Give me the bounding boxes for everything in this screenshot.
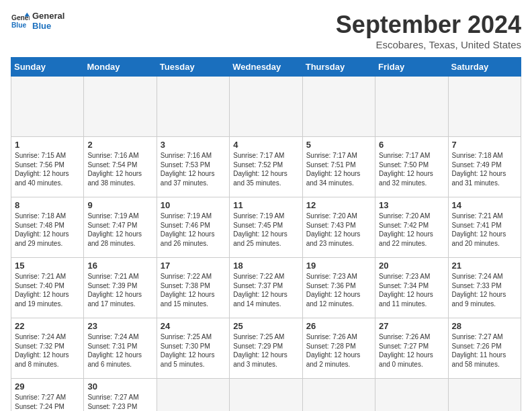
calendar-week-row: 29Sunrise: 7:27 AMSunset: 7:24 PMDayligh… [11, 379, 521, 412]
day-number: 10 [161, 200, 226, 210]
cell-text: Daylight: 12 hours [306, 169, 371, 179]
table-row: 1Sunrise: 7:15 AMSunset: 7:56 PMDaylight… [11, 137, 84, 197]
cell-text: Sunrise: 7:23 AM [379, 272, 444, 281]
location: Escobares, Texas, United States [336, 39, 521, 50]
cell-text: and 0 minutes. [379, 360, 444, 369]
cell-text: Sunrise: 7:27 AM [87, 393, 152, 402]
table-row: 28Sunrise: 7:27 AMSunset: 7:26 PMDayligh… [448, 318, 521, 379]
col-tuesday: Tuesday [157, 58, 229, 77]
table-row: 14Sunrise: 7:21 AMSunset: 7:41 PMDayligh… [448, 197, 521, 258]
cell-text: Sunset: 7:39 PM [87, 281, 152, 291]
table-row: 5Sunrise: 7:17 AMSunset: 7:51 PMDaylight… [302, 137, 375, 197]
day-number: 25 [233, 321, 298, 331]
cell-text: Sunrise: 7:15 AM [15, 151, 80, 161]
calendar-table: Sunday Monday Tuesday Wednesday Thursday… [11, 57, 521, 411]
cell-text: Sunset: 7:37 PM [233, 281, 298, 291]
cell-text: Daylight: 12 hours [15, 169, 80, 179]
cell-text: Sunrise: 7:16 AM [161, 151, 226, 161]
table-row [84, 77, 157, 137]
cell-text: Daylight: 12 hours [379, 230, 444, 239]
table-row: 20Sunrise: 7:23 AMSunset: 7:34 PMDayligh… [375, 258, 448, 318]
cell-text: Daylight: 12 hours [233, 351, 298, 360]
col-saturday: Saturday [448, 58, 521, 77]
cell-text: and 25 minutes. [233, 239, 298, 248]
table-row: 18Sunrise: 7:22 AMSunset: 7:37 PMDayligh… [230, 258, 302, 318]
cell-text: and 15 minutes. [161, 300, 226, 309]
day-number: 5 [306, 140, 371, 150]
cell-text: Sunrise: 7:21 AM [452, 212, 517, 221]
table-row: 23Sunrise: 7:24 AMSunset: 7:31 PMDayligh… [84, 318, 157, 379]
cell-text: Sunset: 7:38 PM [161, 281, 226, 291]
cell-text: Daylight: 12 hours [15, 351, 80, 360]
cell-text: and 2 minutes. [306, 360, 371, 369]
table-row: 15Sunrise: 7:21 AMSunset: 7:40 PMDayligh… [11, 258, 84, 318]
logo-blue: Blue [32, 21, 64, 31]
cell-text: Sunset: 7:32 PM [15, 342, 80, 351]
cell-text: Sunrise: 7:25 AM [233, 332, 298, 342]
cell-text: and 38 minutes. [87, 179, 152, 188]
col-sunday: Sunday [11, 58, 84, 77]
table-row: 26Sunrise: 7:26 AMSunset: 7:28 PMDayligh… [302, 318, 375, 379]
table-row: 12Sunrise: 7:20 AMSunset: 7:43 PMDayligh… [302, 197, 375, 258]
table-row: 25Sunrise: 7:25 AMSunset: 7:29 PMDayligh… [230, 318, 302, 379]
cell-text: Sunrise: 7:19 AM [87, 212, 152, 221]
day-number: 26 [306, 321, 371, 331]
cell-text: Sunset: 7:49 PM [452, 161, 517, 170]
cell-text: Sunset: 7:29 PM [233, 342, 298, 351]
day-number: 1 [15, 140, 80, 150]
day-number: 12 [306, 200, 371, 210]
table-row: 22Sunrise: 7:24 AMSunset: 7:32 PMDayligh… [11, 318, 84, 379]
cell-text: Daylight: 12 hours [452, 230, 517, 239]
cell-text: Sunset: 7:40 PM [15, 281, 80, 291]
cell-text: and 17 minutes. [87, 300, 152, 309]
cell-text: Sunset: 7:23 PM [87, 402, 152, 412]
cell-text: Sunrise: 7:18 AM [15, 212, 80, 221]
cell-text: Sunset: 7:53 PM [161, 161, 226, 170]
title-block: September 2024 Escobares, Texas, United … [336, 11, 521, 50]
cell-text: Daylight: 12 hours [452, 169, 517, 179]
cell-text: Daylight: 12 hours [233, 169, 298, 179]
table-row: 30Sunrise: 7:27 AMSunset: 7:23 PMDayligh… [84, 379, 157, 412]
cell-text: and 20 minutes. [452, 239, 517, 248]
cell-text: Daylight: 12 hours [87, 169, 152, 179]
cell-text: Sunrise: 7:17 AM [379, 151, 444, 161]
table-row [302, 379, 375, 412]
cell-text: and 14 minutes. [233, 300, 298, 309]
cell-text: Sunset: 7:24 PM [15, 402, 80, 412]
cell-text: Daylight: 12 hours [87, 351, 152, 360]
cell-text: and 32 minutes. [379, 179, 444, 188]
cell-text: Sunset: 7:50 PM [379, 161, 444, 170]
day-number: 11 [233, 200, 298, 210]
cell-text: and 11 minutes. [379, 300, 444, 309]
cell-text: Sunset: 7:34 PM [379, 281, 444, 291]
day-number: 16 [87, 261, 152, 271]
day-number: 3 [161, 140, 226, 150]
cell-text: Sunrise: 7:17 AM [233, 151, 298, 161]
cell-text: Sunrise: 7:23 AM [306, 272, 371, 281]
cell-text: Daylight: 12 hours [87, 290, 152, 300]
day-number: 14 [452, 200, 517, 210]
cell-text: Daylight: 12 hours [306, 351, 371, 360]
cell-text: Sunrise: 7:20 AM [306, 212, 371, 221]
table-row: 27Sunrise: 7:26 AMSunset: 7:27 PMDayligh… [375, 318, 448, 379]
cell-text: Daylight: 12 hours [233, 230, 298, 239]
calendar-week-row: 22Sunrise: 7:24 AMSunset: 7:32 PMDayligh… [11, 318, 521, 379]
calendar-week-row [11, 77, 521, 137]
day-number: 15 [15, 261, 80, 271]
cell-text: Daylight: 12 hours [87, 230, 152, 239]
day-number: 28 [452, 321, 517, 331]
cell-text: and 29 minutes. [15, 239, 80, 248]
day-number: 4 [233, 140, 298, 150]
table-row [230, 77, 302, 137]
cell-text: and 8 minutes. [15, 360, 80, 369]
day-number: 22 [15, 321, 80, 331]
cell-text: and 40 minutes. [15, 179, 80, 188]
day-number: 18 [233, 261, 298, 271]
table-row: 24Sunrise: 7:25 AMSunset: 7:30 PMDayligh… [157, 318, 229, 379]
table-row: 13Sunrise: 7:20 AMSunset: 7:42 PMDayligh… [375, 197, 448, 258]
day-number: 6 [379, 140, 444, 150]
table-row: 29Sunrise: 7:27 AMSunset: 7:24 PMDayligh… [11, 379, 84, 412]
day-number: 23 [87, 321, 152, 331]
cell-text: Sunrise: 7:19 AM [161, 212, 226, 221]
calendar-week-row: 8Sunrise: 7:18 AMSunset: 7:48 PMDaylight… [11, 197, 521, 258]
